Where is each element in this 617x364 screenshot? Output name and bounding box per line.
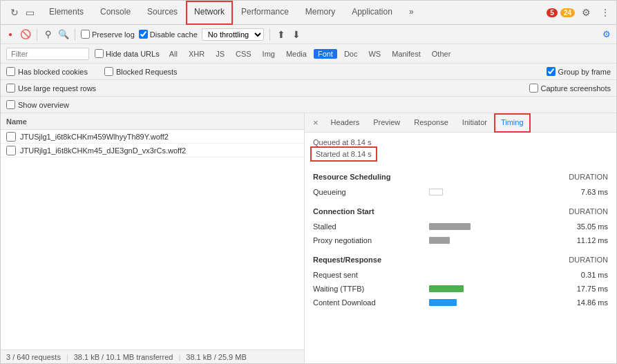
- status-requests: 3 / 640 requests: [6, 353, 61, 361]
- show-overview-label[interactable]: Show overview: [6, 100, 69, 109]
- request-checkbox-1[interactable]: [6, 132, 16, 142]
- dock-icon[interactable]: ▭: [24, 7, 35, 18]
- filter-img[interactable]: Img: [258, 49, 279, 59]
- export-icon[interactable]: ⬇: [291, 29, 302, 40]
- preserve-log-checkbox[interactable]: [81, 30, 90, 39]
- filter-all[interactable]: All: [165, 49, 182, 59]
- preserve-log-label[interactable]: Preserve log: [81, 30, 135, 39]
- warn-badge: 24: [560, 8, 575, 17]
- filter-xhr[interactable]: XHR: [184, 49, 209, 59]
- started-at: Started at 8.14 s: [313, 149, 374, 159]
- back-icon[interactable]: ↻: [9, 7, 20, 18]
- tab-console[interactable]: Console: [92, 1, 139, 25]
- timing-tabs: × Headers Preview Response Initiator Tim…: [305, 113, 616, 133]
- status-divider-2: |: [178, 353, 180, 361]
- tab-headers[interactable]: Headers: [324, 113, 367, 133]
- filter-bar: Hide data URLs All XHR JS CSS Img Media …: [1, 44, 616, 64]
- tab-timing[interactable]: Timing: [494, 113, 531, 133]
- timing-row-request-sent: Request sent 0.31 ms: [313, 268, 608, 282]
- has-blocked-label[interactable]: Has blocked cookies: [6, 67, 88, 76]
- tab-network[interactable]: Network: [186, 1, 233, 25]
- requests-header: Name: [1, 113, 304, 130]
- tab-performance[interactable]: Performance: [233, 1, 297, 25]
- request-item-1[interactable]: JTUSjlg1_i6t8kCHKm459WlhyyTh89Y.woff2: [1, 130, 304, 144]
- tab-more[interactable]: »: [401, 1, 422, 25]
- filter-js[interactable]: JS: [211, 49, 229, 59]
- options-left: Has blocked cookies Blocked Requests: [6, 67, 178, 76]
- request-name-1: JTUSjlg1_i6t8kCHKm459WlhyyTh89Y.woff2: [20, 133, 169, 141]
- settings-network-icon[interactable]: ⚙: [601, 29, 612, 40]
- search-icon[interactable]: 🔍: [58, 29, 69, 40]
- filter-icon[interactable]: ⚲: [43, 29, 54, 40]
- request-checkbox-2[interactable]: [6, 146, 16, 155]
- options-left-3: Show overview: [6, 100, 69, 109]
- timing-row-stalled-val: 35.05 ms: [560, 222, 608, 231]
- timing-row-queueing-name: Queueing: [313, 188, 424, 196]
- timing-row-queueing: Queueing 7.63 ms: [313, 185, 608, 199]
- group-by-frame-checkbox[interactable]: [547, 67, 556, 76]
- timing-row-proxy-val: 11.12 ms: [560, 236, 608, 245]
- timing-row-content-download-name: Content Download: [313, 298, 424, 307]
- filter-manifest[interactable]: Manifest: [388, 49, 425, 59]
- options-row-1: Has blocked cookies Blocked Requests Gro…: [1, 64, 616, 80]
- timing-row-request-sent-val: 0.31 ms: [560, 271, 608, 279]
- filter-types: All XHR JS CSS Img Media Font Doc WS Man…: [165, 49, 455, 59]
- timing-row-ttfb-bar: [429, 285, 554, 292]
- requests-panel: Name JTUSjlg1_i6t8kCHKm459WlhyyTh89Y.wof…: [1, 113, 305, 363]
- status-transferred: 38.1 kB / 10.1 MB transferred: [74, 353, 173, 361]
- status-resources: 38.1 kB / 25.9 MB: [186, 353, 246, 361]
- section-request-response-duration-label: DURATION: [569, 256, 608, 264]
- blocked-requests-checkbox[interactable]: [104, 67, 113, 76]
- large-rows-checkbox[interactable]: [6, 84, 15, 93]
- tab-preview[interactable]: Preview: [366, 113, 407, 133]
- filter-css[interactable]: CSS: [231, 49, 256, 59]
- tab-sources[interactable]: Sources: [139, 1, 186, 25]
- filter-doc[interactable]: Doc: [340, 49, 362, 59]
- tab-memory[interactable]: Memory: [297, 1, 343, 25]
- tab-application[interactable]: Application: [343, 1, 401, 25]
- ttfb-bar: [429, 285, 464, 292]
- main-area: Name JTUSjlg1_i6t8kCHKm459WlhyyTh89Y.wof…: [1, 113, 616, 363]
- filter-media[interactable]: Media: [282, 49, 311, 59]
- customize-icon[interactable]: ⋮: [597, 4, 614, 21]
- large-rows-label[interactable]: Use large request rows: [6, 84, 96, 93]
- timing-row-queueing-val: 7.63 ms: [560, 188, 608, 196]
- hide-data-urls-label[interactable]: Hide data URLs: [95, 49, 160, 58]
- blocked-requests-label[interactable]: Blocked Requests: [104, 67, 178, 76]
- import-icon[interactable]: ⬆: [276, 29, 287, 40]
- section-resource-scheduling: Resource Scheduling DURATION Queueing 7.…: [313, 173, 608, 199]
- capture-screenshots-checkbox[interactable]: [529, 84, 538, 93]
- section-connection-start-header: Connection Start DURATION: [313, 207, 608, 217]
- tab-elements[interactable]: Elements: [41, 1, 92, 25]
- tab-initiator[interactable]: Initiator: [455, 113, 494, 133]
- clear-icon[interactable]: 🚫: [20, 29, 31, 40]
- disable-cache-label[interactable]: Disable cache: [139, 30, 198, 39]
- request-item-2[interactable]: JTURjlg1_i6t8kCHKm45_dJE3gnD_vx3rCs.woff…: [1, 144, 304, 157]
- timing-row-ttfb: Waiting (TTFB) 17.75 ms: [313, 282, 608, 296]
- options-left-2: Use large request rows: [6, 84, 96, 93]
- settings-icon[interactable]: ⚙: [578, 4, 594, 21]
- group-by-frame-label[interactable]: Group by frame: [547, 67, 611, 76]
- throttle-select[interactable]: No throttling: [202, 28, 264, 41]
- show-overview-checkbox[interactable]: [6, 100, 15, 109]
- timing-row-ttfb-name: Waiting (TTFB): [313, 285, 424, 293]
- record-icon[interactable]: ●: [5, 29, 16, 40]
- section-resource-scheduling-header: Resource Scheduling DURATION: [313, 173, 608, 182]
- section-request-response: Request/Response DURATION Request sent 0…: [313, 256, 608, 309]
- options-right-2: Capture screenshots: [529, 84, 611, 93]
- filter-other[interactable]: Other: [428, 49, 455, 59]
- timing-panel: × Headers Preview Response Initiator Tim…: [305, 113, 616, 363]
- tab-response[interactable]: Response: [407, 113, 455, 133]
- capture-screenshots-label[interactable]: Capture screenshots: [529, 84, 611, 93]
- timing-row-stalled-name: Stalled: [313, 222, 424, 231]
- close-button[interactable]: ×: [307, 117, 324, 128]
- hide-data-urls-checkbox[interactable]: [95, 49, 104, 58]
- filter-input[interactable]: [6, 48, 89, 60]
- filter-font[interactable]: Font: [314, 49, 337, 59]
- toolbar-divider-3: [269, 28, 270, 41]
- disable-cache-checkbox[interactable]: [139, 30, 148, 39]
- timing-row-proxy: Proxy negotiation 11.12 ms: [313, 233, 608, 247]
- timing-row-proxy-name: Proxy negotiation: [313, 236, 424, 245]
- filter-ws[interactable]: WS: [364, 49, 385, 59]
- has-blocked-checkbox[interactable]: [6, 67, 15, 76]
